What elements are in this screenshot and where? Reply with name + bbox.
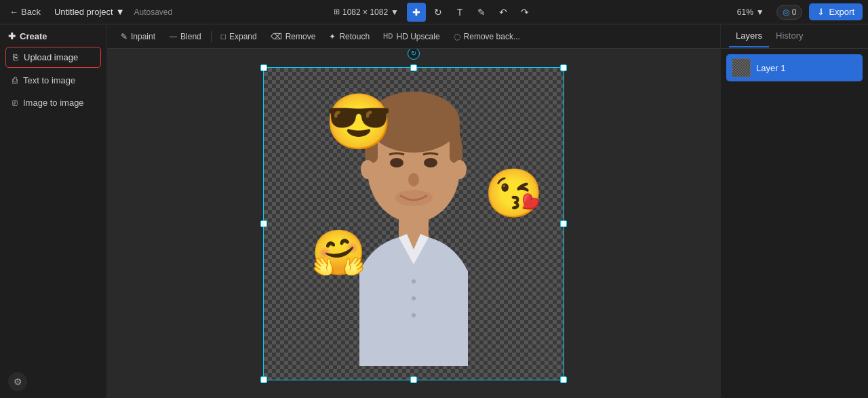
person-layer xyxy=(264,68,564,380)
canvas-size-control[interactable]: ⊞ 1082 × 1082 ▼ xyxy=(334,7,399,17)
image-to-image-icon: ⎚ xyxy=(12,98,18,108)
svg-point-12 xyxy=(412,279,416,283)
resize-handle-br[interactable] xyxy=(560,376,567,383)
svg-point-8 xyxy=(424,158,437,167)
expand-label: Expand xyxy=(229,32,257,41)
create-header: ✚ Create xyxy=(0,24,106,45)
tab-history[interactable]: History xyxy=(769,25,810,47)
topbar: ← Back Untitled project ▼ Autosaved ⊞ 10… xyxy=(0,0,868,24)
canvas-viewport[interactable]: 😎 😘 🤗 ↻ xyxy=(107,49,720,398)
resize-handle-bl[interactable] xyxy=(260,376,267,383)
credit-icon: ◎ xyxy=(783,7,789,17)
canvas-size-chevron: ▼ xyxy=(391,7,399,17)
upload-image-icon: ⎘ xyxy=(13,52,18,62)
rotate-tool-button[interactable]: ↻ xyxy=(429,3,448,22)
topbar-right: 61% ▼ ◎ 0 ⇓ Export xyxy=(732,3,863,20)
svg-rect-4 xyxy=(450,122,460,163)
retouch-tool-button[interactable]: ✦ Retouch xyxy=(323,29,375,44)
resize-handle-mr[interactable] xyxy=(560,220,567,227)
hd-icon: HD xyxy=(383,33,393,40)
svg-point-9 xyxy=(408,173,419,186)
toolbar-icons-group: ✚ ↻ T ✎ ↶ ↷ xyxy=(407,3,534,22)
blend-tool-button[interactable]: ⸻ Blend xyxy=(163,29,207,44)
text-tool-button[interactable]: T xyxy=(450,3,469,22)
project-name-button[interactable]: Untitled project ▼ xyxy=(50,4,129,20)
expand-tool-button[interactable]: □ Expand xyxy=(216,29,262,44)
left-sidebar: ✚ Create ⎘ Upload image ⎙ Text to image … xyxy=(0,24,107,398)
svg-point-14 xyxy=(412,313,416,317)
emoji-blush: 😘 xyxy=(484,170,543,217)
resize-handle-tm[interactable] xyxy=(410,64,417,71)
remove-bg-tool-button[interactable]: ◌ Remove back... xyxy=(448,29,526,44)
upscale-label: HD Upscale xyxy=(397,32,440,41)
back-arrow-icon: ← xyxy=(9,7,18,17)
resize-handle-tr[interactable] xyxy=(560,64,567,71)
create-icon: ✚ xyxy=(8,31,16,41)
upscale-tool-button[interactable]: HD HD Upscale xyxy=(378,29,445,44)
topbar-left: ← Back Untitled project ▼ Autosaved xyxy=(5,4,172,20)
right-sidebar: Layers History Layer 1 xyxy=(720,24,868,398)
inpaint-label: Inpaint xyxy=(131,32,155,41)
credit-value: 0 xyxy=(792,7,797,17)
remove-tool-button[interactable]: ⌫ Remove xyxy=(265,29,321,44)
layer-thumbnail xyxy=(732,58,751,77)
svg-point-10 xyxy=(395,190,433,206)
canvas-toolbar: ✎ Inpaint ⸻ Blend □ Expand ⌫ Remove ✦ Re… xyxy=(107,24,720,49)
export-icon: ⇓ xyxy=(817,7,825,17)
rotate-handle-container: ↻ xyxy=(408,49,420,60)
autosaved-label: Autosaved xyxy=(134,7,173,17)
text-to-image-icon: ⎙ xyxy=(12,75,18,85)
project-name-label: Untitled project xyxy=(54,7,113,17)
upload-image-label: Upload image xyxy=(24,52,78,62)
text-to-image-label: Text to image xyxy=(23,75,75,85)
image-to-image-label: Image to image xyxy=(23,98,84,108)
create-label: Create xyxy=(20,31,47,41)
svg-point-6 xyxy=(453,160,467,179)
canvas-image[interactable]: 😎 😘 🤗 ↻ xyxy=(263,67,564,380)
expand-icon: □ xyxy=(221,32,226,41)
redo-button[interactable]: ↷ xyxy=(515,3,534,22)
tool-separator-1 xyxy=(211,31,212,42)
sidebar-footer: ⚙ xyxy=(0,365,106,398)
zoom-value: 61% xyxy=(737,7,753,17)
svg-point-7 xyxy=(390,158,403,167)
pen-tool-button[interactable]: ✎ xyxy=(472,3,491,22)
blend-label: Blend xyxy=(180,32,201,41)
remove-label: Remove xyxy=(285,32,316,41)
zoom-control[interactable]: 61% ▼ xyxy=(732,5,770,20)
resize-handle-bm[interactable] xyxy=(410,376,417,383)
canvas-area: ✎ Inpaint ⸻ Blend □ Expand ⌫ Remove ✦ Re… xyxy=(107,24,720,398)
emoji-hug: 🤗 xyxy=(311,231,366,275)
remove-icon: ⌫ xyxy=(271,32,282,41)
layers-panel: Layer 1 xyxy=(721,49,868,87)
move-tool-button[interactable]: ✚ xyxy=(407,3,426,22)
settings-icon: ⚙ xyxy=(14,376,22,387)
topbar-center: ⊞ 1082 × 1082 ▼ ✚ ↻ T ✎ ↶ ↷ xyxy=(334,3,534,22)
rotate-handle[interactable]: ↻ xyxy=(408,49,420,60)
chevron-down-icon: ▼ xyxy=(116,7,125,17)
settings-button[interactable]: ⚙ xyxy=(8,372,27,391)
right-sidebar-tabs: Layers History xyxy=(721,24,868,49)
sidebar-item-image-to-image[interactable]: ⎚ Image to image xyxy=(5,93,101,113)
resize-handle-tl[interactable] xyxy=(260,64,267,71)
inpaint-tool-button[interactable]: ✎ Inpaint xyxy=(115,29,161,44)
canvas-size-icon: ⊞ xyxy=(334,7,340,16)
layer-name: Layer 1 xyxy=(756,63,785,73)
canvas-size-value: 1082 × 1082 xyxy=(342,7,388,17)
canvas-container: 😎 😘 🤗 ↻ xyxy=(263,67,564,380)
svg-point-13 xyxy=(412,296,416,300)
sidebar-item-text-to-image[interactable]: ⎙ Text to image xyxy=(5,71,101,90)
export-button[interactable]: ⇓ Export xyxy=(809,3,863,20)
emoji-sunglasses: 😎 xyxy=(325,95,393,149)
remove-bg-label: Remove back... xyxy=(464,32,520,41)
layer-item[interactable]: Layer 1 xyxy=(726,54,863,81)
svg-point-5 xyxy=(361,160,374,179)
layer-thumb-inner xyxy=(732,59,750,77)
zoom-chevron: ▼ xyxy=(756,7,764,17)
undo-button[interactable]: ↶ xyxy=(494,3,513,22)
inpaint-icon: ✎ xyxy=(121,32,127,41)
sidebar-item-upload-image[interactable]: ⎘ Upload image xyxy=(5,47,101,68)
resize-handle-ml[interactable] xyxy=(260,220,267,227)
back-button[interactable]: ← Back xyxy=(5,4,45,20)
tab-layers[interactable]: Layers xyxy=(729,25,769,47)
